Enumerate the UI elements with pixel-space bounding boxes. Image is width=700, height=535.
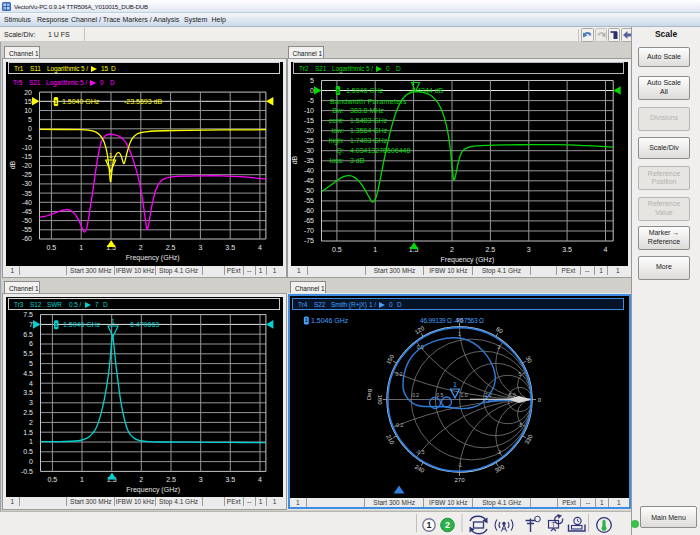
svg-text:1: 1 — [426, 520, 431, 530]
svg-text:0.2: 0.2 — [396, 371, 403, 377]
svg-text:0: 0 — [538, 397, 542, 403]
svg-text:180: 180 — [377, 394, 383, 405]
svg-text:330: 330 — [524, 433, 535, 445]
svg-text:Deg: Deg — [366, 389, 372, 400]
svg-text:1: 1 — [458, 331, 461, 337]
svg-text:30: 30 — [525, 355, 534, 364]
svg-text:5.0: 5.0 — [509, 392, 516, 398]
svg-text:-0.5: -0.5 — [416, 449, 425, 455]
svg-text:-0.2: -0.2 — [395, 422, 404, 428]
svg-text:150: 150 — [385, 353, 396, 365]
svg-text:-1: -1 — [457, 462, 462, 468]
svg-text:46.99139 Ω -4.57563 Ω: 46.99139 Ω -4.57563 Ω — [420, 317, 484, 324]
svg-text:240: 240 — [414, 464, 426, 475]
svg-text:120: 120 — [414, 325, 426, 336]
svg-text:1.0: 1.0 — [461, 392, 468, 398]
svg-text:5: 5 — [519, 371, 522, 377]
svg-text:300: 300 — [494, 463, 506, 474]
svg-text:1: 1 — [453, 381, 457, 388]
svg-text:0.5: 0.5 — [436, 392, 443, 398]
svg-text:270: 270 — [454, 477, 465, 483]
svg-text:2: 2 — [497, 344, 500, 350]
svg-text:1.5046 GHz: 1.5046 GHz — [311, 317, 349, 324]
svg-text:-5: -5 — [518, 422, 523, 428]
svg-text:210: 210 — [385, 434, 396, 446]
svg-text:2: 2 — [445, 520, 450, 530]
svg-text:0.2: 0.2 — [412, 392, 419, 398]
svg-text:60: 60 — [495, 326, 504, 335]
svg-text:-2: -2 — [497, 449, 502, 455]
